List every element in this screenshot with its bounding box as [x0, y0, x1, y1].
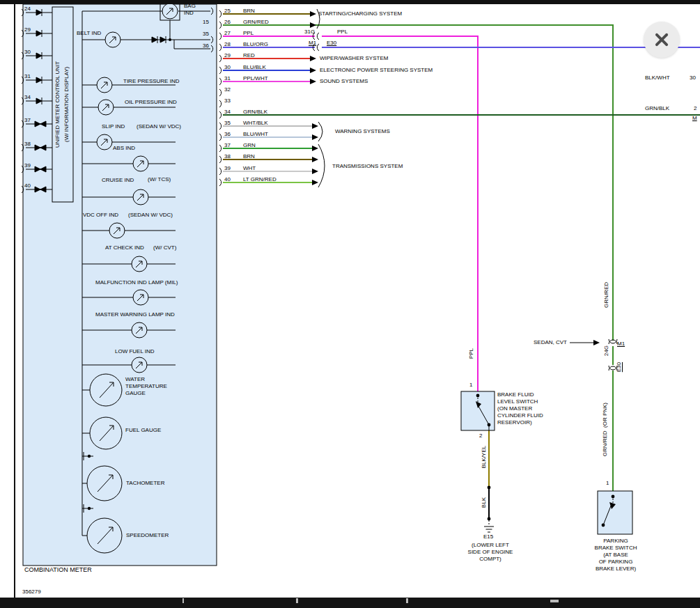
meter-pin-29: 29 — [24, 26, 31, 33]
meter-pin-38: 38 — [24, 141, 31, 148]
master-warning-lamp-icon — [132, 322, 147, 338]
connector-pin-24g: 24G — [603, 345, 610, 356]
edge-blkwht-label: BLK/WHT — [645, 75, 670, 81]
belt-pin-36: 36 — [203, 42, 209, 49]
close-button[interactable] — [644, 22, 680, 58]
meter-pin-37: 37 — [24, 117, 31, 124]
color-26: GRN/RED — [243, 19, 269, 26]
belt-pin-35: 35 — [203, 31, 209, 38]
meter-pin-30: 30 — [24, 49, 31, 56]
ppl-wire-label: PPL — [468, 348, 475, 359]
pin-40: 40 — [224, 176, 231, 183]
grnred-wire-label: GRN/RED — [603, 282, 610, 308]
connector-pin-31g: 31G — [304, 29, 315, 36]
color-31: PPL/WHT — [243, 75, 268, 82]
dest-warning-systems: WARNING SYSTEMS — [335, 128, 390, 135]
pin-32: 32 — [224, 86, 231, 93]
diagram-canvas — [0, 0, 700, 608]
slip-ind-label: SLIP IND — [102, 123, 125, 130]
edge-grnblk-pin: 2 — [694, 105, 697, 112]
speedometer-label: SPEEDOMETER — [126, 532, 169, 539]
pin-36: 36 — [224, 131, 231, 138]
cruise-ind-note: (W/ TCS) — [148, 176, 171, 183]
vdc-off-ind-note: (SEDAN W/ VDC) — [128, 212, 173, 219]
bottom-bar — [0, 598, 700, 608]
brake-fluid-pin-1: 1 — [469, 382, 472, 389]
water-temp-gauge-label: WATER TEMPERATURE GAUGE — [125, 376, 167, 397]
color-37: GRN — [243, 142, 256, 149]
at-check-ind-note: (W/ CVT) — [153, 244, 176, 251]
connector-e30-right: E30 — [616, 362, 623, 372]
cruise-lamp-icon — [133, 189, 148, 205]
color-27: PPL — [243, 30, 254, 37]
pin-38: 38 — [224, 153, 231, 160]
tachometer-icon — [87, 466, 122, 501]
pin-25: 25 — [224, 8, 231, 15]
meter-pin-40: 40 — [24, 182, 31, 189]
dest-transmissions-system: TRANSMISSIONS SYSTEM — [332, 163, 403, 170]
edge-grnblk-connector: M — [692, 115, 697, 122]
mil-lamp-icon — [133, 290, 148, 305]
connector-m1: M1 — [309, 40, 316, 47]
master-warning-label: MASTER WARNING LAMP IND — [95, 311, 175, 318]
bottom-bar-marker — [550, 600, 559, 602]
sedan-cvt-note: SEDAN, CVT — [534, 339, 567, 346]
color-34: GRN/BLK — [243, 109, 267, 116]
meter-pin-39: 39 — [24, 162, 31, 169]
fuel-gauge-label: FUEL GAUGE — [125, 427, 161, 434]
wiring-diagram-page: UNIFIED METER CONTROL UNIT (W/ INFORMATI… — [0, 0, 700, 608]
fuel-gauge-icon — [90, 417, 122, 449]
edge-grnblk-label: GRN/BLK — [645, 105, 669, 112]
edge-blkwht-pin: 30 — [690, 75, 696, 81]
combination-meter-label: COMBINATION METER — [24, 566, 92, 573]
mil-label: MALFUNCTION IND LAMP (MIL) — [95, 279, 178, 286]
connector-e30: E30 — [327, 40, 336, 47]
vdc-off-lamp-icon — [109, 223, 125, 238]
bottom-bar-divider — [182, 598, 184, 603]
meter-pin-24: 24 — [24, 6, 31, 13]
low-fuel-lamp-icon — [132, 357, 147, 373]
abs-lamp-icon — [133, 156, 148, 171]
brake-fluid-pin-2: 2 — [479, 432, 482, 439]
color-40: LT GRN/RED — [243, 176, 277, 183]
grnred-orpnk-wire-label: GRN/RED (OR PNK) — [602, 403, 609, 456]
left-border-line — [14, 4, 15, 598]
bag-lamp-icon — [162, 3, 178, 19]
speedometer-icon — [87, 518, 122, 553]
color-25: BRN — [243, 8, 255, 15]
abs-ind-label: ABS IND — [113, 145, 135, 152]
color-35: WHT/BLK — [243, 120, 268, 127]
dest-wiper-washer: WIPER/WASHER SYSTEM — [320, 55, 388, 62]
dest-sound-systems: SOUND SYSTEMS — [320, 78, 368, 85]
parking-brake-switch-label: PARKING BRAKE SWITCH (AT BASE OF PARKING… — [585, 538, 646, 572]
pin-28: 28 — [224, 41, 231, 48]
low-fuel-label: LOW FUEL IND — [115, 348, 155, 355]
pin-33: 33 — [224, 98, 231, 104]
meter-pin-31: 31 — [24, 73, 31, 80]
dest-electronic-power-steering: ELECTRONIC POWER STEERING SYSTEM — [320, 67, 433, 74]
oil-pressure-ind-label: OIL PRESSURE IND — [125, 99, 177, 106]
wire-26-grn-red — [223, 25, 613, 491]
harness-connector-chevrons — [219, 10, 221, 186]
dest-starting-charging: STARTING/CHARGING SYSTEM — [318, 10, 402, 17]
tachometer-label: TACHOMETER — [126, 480, 164, 487]
pin-29: 29 — [224, 52, 231, 59]
diagram-number: 356279 — [22, 588, 41, 595]
brake-fluid-switch-label: BRAKE FLUID LEVEL SWITCH (ON MASTER CYLI… — [497, 391, 543, 426]
bag-pin-label: 15 — [203, 19, 209, 26]
bottom-bar-divider — [406, 598, 408, 603]
blkyel-wire-label: BLK/YEL — [481, 446, 488, 468]
color-30: BLU/BLK — [243, 64, 266, 71]
at-check-lamp-icon — [132, 256, 147, 272]
color-38: BRN — [243, 153, 255, 160]
belt-ind-label: BELT IND — [77, 30, 101, 37]
blk-wire-label: BLK — [481, 497, 488, 508]
color-36: BLU/WHT — [243, 131, 268, 138]
connector-wire-ppl: PPL — [337, 29, 348, 36]
bottom-bar-divider — [296, 598, 298, 603]
pin-27: 27 — [224, 30, 231, 37]
pin-31: 31 — [224, 75, 231, 82]
vdc-off-ind-label: VDC OFF IND — [83, 212, 118, 219]
pin-37: 37 — [224, 142, 231, 149]
slip-ind-note: (SEDAN W/ VDC) — [137, 123, 181, 130]
